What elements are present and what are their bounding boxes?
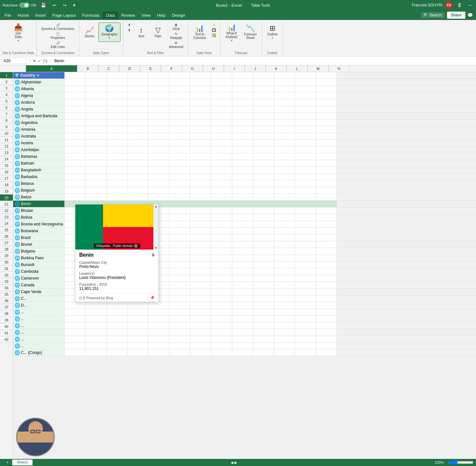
country-cell[interactable]: 🌐Belarus bbox=[13, 180, 65, 187]
menu-file[interactable]: File bbox=[1, 12, 14, 19]
country-cell[interactable]: 🌐Belgium bbox=[13, 187, 65, 194]
scroll-right-btn[interactable]: ▶ bbox=[234, 461, 237, 465]
row-header-36[interactable]: 36 bbox=[0, 298, 13, 304]
filter-button[interactable]: ▽ Filter bbox=[150, 23, 166, 42]
table-row[interactable]: 🌐D... bbox=[13, 302, 476, 309]
text-to-columns-button[interactable]: 📊 Text toColumns bbox=[191, 23, 208, 42]
country-cell[interactable]: 🌐Afghanistan bbox=[13, 79, 65, 85]
row-header-29[interactable]: 29 bbox=[0, 252, 13, 259]
menu-view[interactable]: View bbox=[138, 12, 154, 19]
col-header-N[interactable]: N bbox=[328, 65, 349, 72]
remove-dups-button[interactable]: 🔲 bbox=[210, 28, 218, 33]
country-cell[interactable]: 🌐Andorra bbox=[13, 99, 65, 106]
redo-button[interactable]: ↪ bbox=[61, 2, 69, 8]
country-cell[interactable]: 🌐Cameroon bbox=[13, 275, 65, 281]
row-header-11[interactable]: 11 bbox=[0, 137, 13, 143]
row-header-27[interactable]: 27 bbox=[0, 240, 13, 246]
geography-button[interactable]: 🌍 Geography ▼ bbox=[99, 23, 120, 42]
country-cell[interactable]: 🌐Austria bbox=[13, 140, 65, 146]
country-cell[interactable]: 🌐Bhutan bbox=[13, 207, 65, 214]
tooltip-expand-icon[interactable]: ≡ bbox=[152, 252, 155, 258]
country-cell[interactable]: 🌐Brunei bbox=[13, 241, 65, 248]
table-row[interactable]: 🌐Bahrain bbox=[13, 160, 476, 167]
advanced-button[interactable]: ⚙ Advanced bbox=[167, 41, 185, 49]
country-cell[interactable]: 🌐Belize bbox=[13, 194, 65, 200]
country-cell[interactable]: 🌐... bbox=[13, 336, 65, 342]
undo-button[interactable]: ↩ bbox=[51, 2, 58, 8]
table-row[interactable]: 🌐Belarus bbox=[13, 180, 476, 187]
row-header-18[interactable]: 18 bbox=[0, 182, 13, 188]
country-cell[interactable]: 🌐Argentina bbox=[13, 119, 65, 126]
ribbon-toggle-button[interactable]: 🎛 bbox=[455, 2, 464, 8]
row-header-2[interactable]: 2 bbox=[0, 79, 13, 85]
menu-page-layout[interactable]: Page Layout bbox=[49, 12, 79, 19]
country-cell[interactable]: 🌐D... bbox=[13, 302, 65, 309]
country-cell[interactable]: 🌐Bulgaria bbox=[13, 248, 65, 254]
row-header-37[interactable]: 37 bbox=[0, 304, 13, 310]
zoom-slider[interactable] bbox=[448, 460, 473, 465]
table-row[interactable]: 🌐Azerbaijan bbox=[13, 147, 476, 153]
country-cell[interactable]: 🌐Bahamas bbox=[13, 153, 65, 160]
row-header-9[interactable]: 9 bbox=[0, 124, 13, 130]
table-row[interactable]: 🌐... bbox=[13, 336, 476, 343]
country-cell[interactable]: 🌐Angola bbox=[13, 106, 65, 112]
row-header-30[interactable]: 30 bbox=[0, 259, 13, 265]
table-row[interactable]: 🌐Bangladesh bbox=[13, 167, 476, 174]
country-cell[interactable]: 🌐Bangladesh bbox=[13, 167, 65, 173]
table-row[interactable]: 🌐Barbados bbox=[13, 174, 476, 180]
col-header-I[interactable]: I bbox=[224, 65, 245, 72]
properties-button[interactable]: 📋 Properties bbox=[39, 32, 76, 40]
menu-formulas[interactable]: Formulas bbox=[79, 12, 103, 19]
table-row[interactable]: 🌐Antigua and Barbuda bbox=[13, 113, 476, 119]
row-header-24[interactable]: 24 bbox=[0, 220, 13, 227]
row-header-26[interactable]: 26 bbox=[0, 233, 13, 240]
row-header-7[interactable]: 7 bbox=[0, 111, 13, 117]
row-header-20[interactable]: 20 bbox=[0, 195, 13, 201]
col-header-L[interactable]: L bbox=[287, 65, 308, 72]
col-header-B[interactable]: B bbox=[77, 65, 98, 72]
row-header-14[interactable]: 14 bbox=[0, 156, 13, 162]
country-cell[interactable]: 🌐Burundi bbox=[13, 262, 65, 268]
country-cell[interactable]: 🌐Barbados bbox=[13, 174, 65, 180]
sort-desc-button[interactable]: ⬇ bbox=[126, 28, 132, 33]
country-cell[interactable]: 🌐... bbox=[13, 309, 65, 315]
country-cell[interactable]: 🌐... bbox=[13, 316, 65, 322]
confirm-icon[interactable]: ✓ bbox=[38, 58, 42, 63]
table-row[interactable]: 🌐Austria bbox=[13, 140, 476, 147]
row-header-21[interactable]: 21 bbox=[0, 201, 13, 207]
menu-home[interactable]: Home bbox=[14, 12, 32, 19]
menu-review[interactable]: Review bbox=[118, 12, 138, 19]
what-if-button[interactable]: 📊 What-IfAnalysis ▼ bbox=[223, 23, 240, 43]
country-cell[interactable]: 🌐C... bbox=[13, 295, 65, 302]
country-cell[interactable]: 🌐Azerbaijan bbox=[13, 147, 65, 153]
table-row[interactable]: 🌐Andorra bbox=[13, 99, 476, 106]
col-header-E[interactable]: E bbox=[140, 65, 161, 72]
minimize-button[interactable]: ─ bbox=[466, 2, 473, 8]
scroll-up-icon[interactable]: ▲ bbox=[155, 204, 158, 208]
row-header-23[interactable]: 23 bbox=[0, 214, 13, 220]
country-cell[interactable]: 🌐Bahrain bbox=[13, 160, 65, 166]
table-row[interactable]: 🌐Australia bbox=[13, 133, 476, 140]
share-button[interactable]: Share bbox=[447, 12, 465, 19]
country-cell[interactable]: 🌐Cambodia bbox=[13, 268, 65, 275]
row-header-35[interactable]: 35 bbox=[0, 291, 13, 298]
sort-asc-button[interactable]: ⬆ bbox=[126, 23, 132, 27]
table-row[interactable]: 🌐... bbox=[13, 329, 476, 336]
col-header-A[interactable]: A bbox=[26, 65, 77, 72]
reapply-button[interactable]: ↻ Reapply bbox=[167, 32, 185, 40]
row-header-32[interactable]: 32 bbox=[0, 272, 13, 278]
user-avatar[interactable]: FS bbox=[445, 1, 453, 9]
table-row[interactable]: 🌐Albania bbox=[13, 86, 476, 92]
tooltip-pin-icon[interactable]: 📌 bbox=[150, 296, 155, 300]
country-cell[interactable]: 🌐... bbox=[13, 329, 65, 336]
country-cell[interactable]: 🌐Algeria bbox=[13, 92, 65, 99]
country-cell[interactable]: 🌐... bbox=[13, 343, 65, 349]
country-cell[interactable]: 🌐Brazil bbox=[13, 234, 65, 241]
row-header-12[interactable]: 12 bbox=[0, 143, 13, 149]
table-row[interactable]: 🌐Angola bbox=[13, 106, 476, 113]
col-header-H[interactable]: H bbox=[203, 65, 224, 72]
table-row[interactable]: 🌐Algeria bbox=[13, 92, 476, 99]
forecast-sheet-button[interactable]: 📉 ForecastSheet bbox=[242, 23, 259, 42]
col-header-F[interactable]: F bbox=[161, 65, 182, 72]
row-header-38[interactable]: 38 bbox=[0, 310, 13, 317]
